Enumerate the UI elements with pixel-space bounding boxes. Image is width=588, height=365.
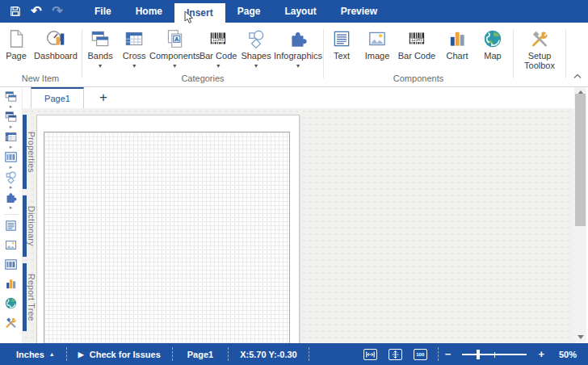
image-button[interactable]: Image xyxy=(359,26,396,61)
mouse-cursor xyxy=(184,10,194,24)
flyout-arrow-icon: ▸ xyxy=(10,184,13,190)
image-icon xyxy=(367,28,388,49)
ribbon-separator xyxy=(513,29,514,78)
ribbon: Page Dashboard New Item xyxy=(0,23,588,87)
shapes-button[interactable]: Shapes ▾ xyxy=(238,26,274,69)
zoom-slider-tick xyxy=(494,352,495,358)
infographics-button[interactable]: Infographics ▾ xyxy=(274,26,322,69)
barcode-component-button[interactable]: 12345 Bar Code xyxy=(396,26,438,61)
button-label: Components xyxy=(149,51,200,61)
cross-icon xyxy=(4,130,18,144)
fit-whole-page-button[interactable] xyxy=(388,349,402,360)
toolbox-setup-button[interactable] xyxy=(4,316,18,329)
zoom-slider[interactable] xyxy=(462,349,527,360)
undo-button[interactable]: ↶ xyxy=(26,0,47,23)
status-page-name[interactable]: Page1 xyxy=(173,343,228,365)
save-button[interactable] xyxy=(5,0,26,23)
button-label: Bar Code xyxy=(200,51,237,61)
toolbox-bands-button[interactable]: ▸ xyxy=(4,90,18,109)
collapse-ribbon-icon xyxy=(573,73,582,79)
cross-button[interactable]: Cross ▾ xyxy=(117,26,151,69)
new-page-button[interactable]: Page xyxy=(0,26,32,61)
menu-insert[interactable]: Insert xyxy=(174,3,225,23)
panel-tab-label: Report Tree xyxy=(27,263,36,331)
run-check-icon: ▶ xyxy=(78,350,84,359)
button-label: Cross xyxy=(123,51,146,61)
toolbox-text-button[interactable] xyxy=(4,219,18,233)
ribbon-group-label: New Item xyxy=(0,73,81,86)
redo-button[interactable]: ↷ xyxy=(47,0,68,23)
page-tab-bar: Page1 + xyxy=(23,87,573,108)
map-button[interactable]: Map xyxy=(477,26,509,61)
menu-home[interactable]: Home xyxy=(124,0,174,23)
panel-tab-label: Dictionary xyxy=(27,195,36,257)
ribbon-separator xyxy=(82,29,82,78)
zoom-100-label: 100 xyxy=(416,352,424,357)
toolbox-infographics-button[interactable]: ▸ xyxy=(4,191,18,210)
toolbox-map-button[interactable] xyxy=(4,296,18,310)
page-grid-area[interactable] xyxy=(44,132,290,343)
toolbox-strip: ▸ ▸ ▸ xyxy=(0,87,23,343)
toolbox-cross-button[interactable]: ▸ xyxy=(4,130,18,149)
new-dashboard-button[interactable]: Dashboard xyxy=(32,26,79,61)
check-for-issues-button[interactable]: ▶ Check for Issues xyxy=(67,343,172,365)
setup-toolbox-icon xyxy=(4,316,18,329)
dropdown-arrow-icon: ▾ xyxy=(173,62,176,69)
add-page-button[interactable]: + xyxy=(94,89,113,107)
chart-button[interactable]: Chart xyxy=(438,26,477,61)
bands-button[interactable]: Bands ▾ xyxy=(83,26,117,69)
vertical-scrollbar[interactable] xyxy=(574,87,586,342)
zoom-slider-thumb[interactable] xyxy=(477,350,480,359)
zoom-out-button[interactable]: − xyxy=(439,348,458,360)
toolbox-shapes-button[interactable]: ▸ xyxy=(4,170,18,190)
menu-preview[interactable]: Preview xyxy=(329,0,389,23)
scroll-down-button[interactable] xyxy=(574,332,586,342)
units-dropdown[interactable]: Inches ▲ xyxy=(0,343,66,365)
status-page-label: Page1 xyxy=(187,350,213,359)
panel-tab-label: Properties xyxy=(27,115,36,189)
ribbon-group-components: Text Image xyxy=(325,23,512,86)
page-tab-page1[interactable]: Page1 xyxy=(31,87,84,108)
panel-tab-report-tree[interactable]: Report Tree xyxy=(23,263,36,331)
svg-text:12345: 12345 xyxy=(212,37,224,42)
design-workspace: Properties Dictionary Report Tree xyxy=(23,108,574,343)
barcode-icon xyxy=(4,258,18,271)
title-menu-bar: ↶ ↷ File Home Insert Page Layout Preview xyxy=(0,0,588,23)
components-button[interactable]: A Components ▾ xyxy=(151,26,198,69)
toolbox-barcode-button[interactable]: ▸ xyxy=(4,150,18,170)
menu-file[interactable]: File xyxy=(82,0,124,23)
check-issues-label: Check for Issues xyxy=(90,350,161,359)
dropdown-arrow-icon: ▾ xyxy=(216,62,220,69)
scrollbar-thumb[interactable] xyxy=(575,94,586,226)
report-page-canvas[interactable] xyxy=(36,115,300,343)
button-label: Bar Code xyxy=(398,51,435,61)
text-button[interactable]: Text xyxy=(325,26,359,61)
button-label: Dashboard xyxy=(34,51,78,61)
barcode-button[interactable]: 12345 Bar Code ▾ xyxy=(198,26,238,69)
menu-page[interactable]: Page xyxy=(225,0,273,23)
barcode-icon xyxy=(4,150,18,164)
text-icon xyxy=(331,28,352,49)
zoom-level-label[interactable]: 50% xyxy=(551,350,588,359)
toolbox-image-button[interactable] xyxy=(4,238,18,252)
dropdown-arrow-icon: ▾ xyxy=(254,62,258,69)
chart-icon xyxy=(4,277,18,291)
button-label: Text xyxy=(334,51,350,61)
collapse-ribbon-button[interactable] xyxy=(571,70,584,82)
toolbox-crossbands-button[interactable]: ▸ xyxy=(4,110,18,129)
ribbon-group-label xyxy=(514,73,565,86)
panel-tab-properties[interactable]: Properties xyxy=(23,115,36,189)
toolbox-chart-button[interactable] xyxy=(4,277,18,291)
flyout-arrow-icon: ▸ xyxy=(10,204,13,210)
fit-page-width-button[interactable] xyxy=(363,349,377,360)
coordinates-label: X:5.70 Y:-0.30 xyxy=(240,350,297,359)
setup-toolbox-button[interactable]: Setup Toolbox xyxy=(514,26,565,70)
zoom-100-button[interactable]: 100 xyxy=(414,349,427,360)
button-label: Map xyxy=(484,51,501,61)
button-label: Chart xyxy=(447,51,468,61)
fit-whole-page-icon xyxy=(392,350,399,359)
toolbox-barcode2-button[interactable] xyxy=(4,258,18,271)
menu-layout[interactable]: Layout xyxy=(272,0,328,23)
panel-tab-dictionary[interactable]: Dictionary xyxy=(23,195,36,257)
zoom-in-button[interactable]: + xyxy=(531,348,551,360)
